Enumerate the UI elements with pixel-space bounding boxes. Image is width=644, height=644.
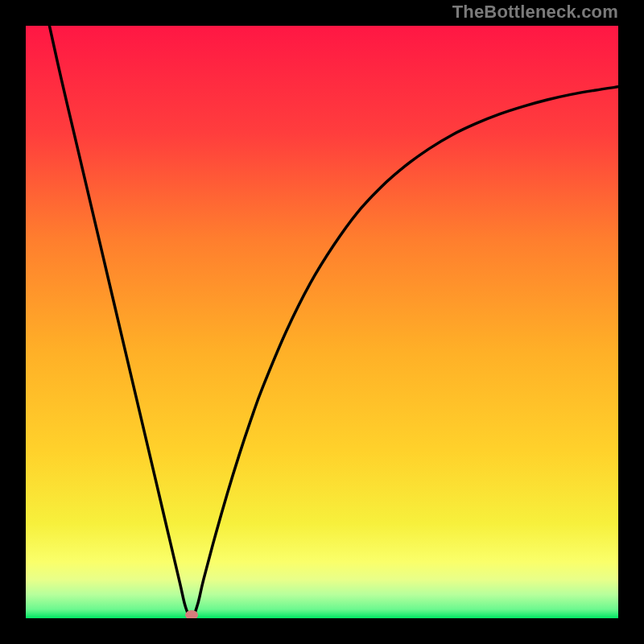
bottleneck-chart [26,26,618,618]
gradient-background [26,26,618,618]
chart-frame [26,26,618,618]
watermark-text: TheBottleneck.com [452,2,618,23]
